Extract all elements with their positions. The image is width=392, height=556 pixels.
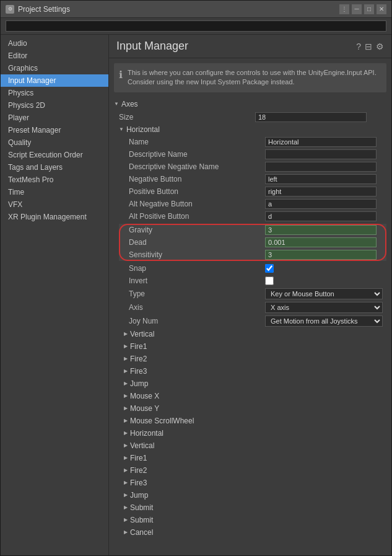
sidebar-item-audio[interactable]: Audio [1, 37, 108, 50]
sidebar-item-quality[interactable]: Quality [1, 136, 108, 149]
collapsed-item[interactable]: ▶Fire3 [114, 477, 386, 489]
gear-button[interactable]: ⚙ [376, 42, 384, 51]
axis-row: Axis X axis Y axis 3rd axis [119, 301, 386, 314]
axes-header[interactable]: ▼ Axes [114, 97, 386, 111]
dead-input[interactable] [265, 237, 377, 247]
collapsed-item[interactable]: ▶Vertical [114, 439, 386, 452]
collapsed-item[interactable]: ▶Mouse ScrollWheel [114, 415, 386, 427]
descriptive-negative-name-row: Descriptive Negative Name [119, 161, 386, 173]
joy-num-row: Joy Num Get Motion from all Joysticks Jo… [119, 314, 386, 328]
minimize-button[interactable]: ─ [352, 4, 362, 14]
collapsed-item[interactable]: ▶Jump [114, 489, 386, 501]
positive-button-row: Positive Button [119, 185, 386, 198]
type-row: Type Key or Mouse Button Mouse Movement … [119, 287, 386, 301]
name-row: Name [119, 136, 386, 148]
info-bar: ℹ This is where you can configure the co… [114, 63, 386, 92]
title-bar: ⚙ Project Settings ⋮ ─ □ ✕ [1, 1, 391, 18]
sidebar-item-physics[interactable]: Physics [1, 87, 108, 99]
maximize-button[interactable]: □ [364, 4, 374, 14]
sidebar-item-textmesh-pro[interactable]: TextMesh Pro [1, 174, 108, 186]
positive-button-input[interactable] [265, 187, 377, 196]
axes-section: ▼ Axes Size ▼ Horizontal Name [109, 97, 391, 328]
sidebar-item-script-execution-order[interactable]: Script Execution Order [1, 149, 108, 161]
collapsed-item[interactable]: ▶Fire2 [114, 353, 386, 365]
info-text: This is where you can configure the cont… [128, 68, 381, 87]
sidebar-item-xr-plugin-management[interactable]: XR Plugin Management [1, 211, 108, 223]
close-button[interactable]: ✕ [377, 4, 386, 14]
window: ⚙ Project Settings ⋮ ─ □ ✕ AudioEditorGr… [0, 0, 392, 556]
search-bar [1, 18, 391, 35]
joy-num-select[interactable]: Get Motion from all Joysticks Joystick 1… [265, 316, 383, 327]
dead-row: Dead [119, 236, 386, 249]
negative-button-input[interactable] [265, 174, 377, 184]
collapsed-item[interactable]: ▶Jump [114, 377, 386, 390]
descriptive-negative-name-label: Descriptive Negative Name [129, 162, 265, 171]
info-icon: ℹ [119, 69, 123, 81]
sensitivity-input[interactable] [265, 250, 377, 260]
sidebar-item-vfx[interactable]: VFX [1, 198, 108, 211]
descriptive-negative-name-input[interactable] [265, 162, 377, 172]
horizontal-section: ▼ Horizontal Name Descriptive Name [114, 123, 386, 328]
alt-negative-button-input[interactable] [265, 199, 377, 209]
collapsed-item[interactable]: ▶Submit [114, 514, 386, 526]
collapsed-item[interactable]: ▶Vertical [114, 328, 386, 340]
window-title: Project Settings [18, 5, 70, 14]
alt-positive-button-label: Alt Positive Button [129, 212, 265, 221]
snap-checkbox[interactable] [265, 264, 274, 273]
sidebar-item-tags-and-layers[interactable]: Tags and Layers [1, 161, 108, 174]
name-input[interactable] [265, 137, 377, 147]
positive-button-label: Positive Button [129, 187, 265, 196]
search-input[interactable] [6, 20, 386, 32]
type-dropdown-container: Key or Mouse Button Mouse Movement Joyst… [265, 288, 383, 299]
collapsed-item[interactable]: ▶Fire1 [114, 340, 386, 353]
alt-negative-button-label: Alt Negative Button [129, 200, 265, 208]
alt-positive-button-row: Alt Positive Button [119, 210, 386, 223]
sidebar-item-player[interactable]: Player [1, 112, 108, 124]
descriptive-name-input[interactable] [265, 149, 377, 159]
title-bar-controls: ⋮ ─ □ ✕ [339, 4, 386, 14]
axes-label: Axes [121, 100, 138, 108]
axis-dropdown-container: X axis Y axis 3rd axis [265, 302, 383, 313]
title-bar-left: ⚙ Project Settings [6, 5, 70, 14]
joy-num-dropdown-container: Get Motion from all Joysticks Joystick 1… [265, 316, 383, 327]
descriptive-name-label: Descriptive Name [129, 150, 265, 159]
collapsed-item[interactable]: ▶Horizontal [114, 427, 386, 439]
axis-label: Axis [129, 303, 265, 312]
window-icon: ⚙ [6, 5, 14, 14]
invert-row: Invert [119, 275, 386, 287]
alt-positive-button-input[interactable] [265, 211, 377, 221]
type-select[interactable]: Key or Mouse Button Mouse Movement Joyst… [265, 288, 383, 299]
collapsed-item[interactable]: ▶Fire3 [114, 365, 386, 377]
collapsed-item[interactable]: ▶Submit [114, 501, 386, 514]
sidebar-item-graphics[interactable]: Graphics [1, 62, 108, 74]
main-content: AudioEditorGraphicsInput ManagerPhysicsP… [1, 35, 391, 555]
gravity-input[interactable] [265, 225, 377, 235]
collapsed-item[interactable]: ▶Cancel [114, 526, 386, 539]
gravity-row: Gravity [119, 224, 386, 236]
axes-triangle: ▼ [114, 101, 119, 107]
sidebar-item-input-manager[interactable]: Input Manager [1, 74, 108, 87]
gravity-label: Gravity [129, 226, 265, 234]
panel-title: Input Manager [116, 40, 188, 53]
snap-checkbox-container [265, 264, 274, 273]
collapsed-item[interactable]: ▶Fire1 [114, 452, 386, 464]
axis-select[interactable]: X axis Y axis 3rd axis [265, 302, 383, 313]
sidebar-item-preset-manager[interactable]: Preset Manager [1, 124, 108, 136]
horizontal-label: Horizontal [126, 125, 160, 134]
collapsed-item[interactable]: ▶Mouse X [114, 390, 386, 402]
collapsed-item[interactable]: ▶Mouse Y [114, 402, 386, 415]
collapsed-item[interactable]: ▶Fire2 [114, 464, 386, 477]
joy-num-label: Joy Num [129, 317, 265, 325]
sidebar-item-editor[interactable]: Editor [1, 50, 108, 62]
horizontal-header[interactable]: ▼ Horizontal [119, 123, 386, 136]
size-input[interactable] [255, 112, 367, 122]
invert-checkbox-container [265, 276, 274, 285]
sidebar-item-time[interactable]: Time [1, 186, 108, 198]
type-label: Type [129, 289, 265, 298]
settings-button[interactable]: ⊟ [365, 42, 372, 51]
help-button[interactable]: ? [356, 42, 361, 51]
invert-checkbox[interactable] [265, 276, 274, 285]
sensitivity-label: Sensitivity [129, 250, 265, 259]
sidebar-item-physics-2d[interactable]: Physics 2D [1, 99, 108, 112]
kebab-menu-button[interactable]: ⋮ [339, 4, 349, 14]
